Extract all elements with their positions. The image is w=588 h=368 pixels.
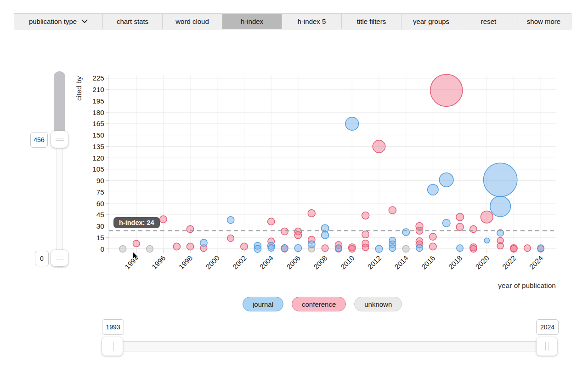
x-tick-label: 2008 <box>312 254 328 270</box>
y-tick-label: 15 <box>96 234 104 242</box>
x-tick-label: 2024 <box>528 254 545 271</box>
bubble-conference[interactable] <box>470 246 477 253</box>
bubble-journal[interactable] <box>457 245 464 252</box>
bubble-conference[interactable] <box>294 232 301 239</box>
year-start-value-box[interactable]: 1993 <box>102 319 124 335</box>
bubble-conference[interactable] <box>389 207 396 214</box>
x-tick-label: 2004 <box>258 254 275 271</box>
bubble-conference[interactable] <box>362 244 369 251</box>
y-tick-label: 195 <box>92 97 104 105</box>
bubble-conference[interactable] <box>362 231 369 238</box>
bubble-conference[interactable] <box>160 216 167 223</box>
bubble-conference[interactable] <box>430 74 463 106</box>
y-tick-label: 210 <box>92 86 104 93</box>
bubble-conference[interactable] <box>173 243 180 250</box>
bubble-conference[interactable] <box>456 213 464 221</box>
bubble-conference[interactable] <box>349 246 356 253</box>
y-tick-label: 0 <box>100 245 104 253</box>
bubble-conference[interactable] <box>268 218 275 225</box>
bubble-journal[interactable] <box>490 196 511 217</box>
x-axis-title: year of publication <box>498 282 556 289</box>
legend: journal conference unknown <box>243 297 402 311</box>
bubble-journal[interactable] <box>227 217 234 224</box>
bubble-conference[interactable] <box>510 246 517 253</box>
bubble-journal[interactable] <box>537 245 544 252</box>
x-tick-label: 2014 <box>393 254 410 271</box>
bubble-journal[interactable] <box>268 245 274 251</box>
bubble-journal[interactable] <box>389 245 396 252</box>
legend-unknown-toggle[interactable]: unknown <box>354 297 402 311</box>
y-tick-label: 30 <box>96 222 105 230</box>
bubble-conference[interactable] <box>497 242 503 249</box>
bubble-journal[interactable] <box>442 219 450 227</box>
bubble-conference[interactable] <box>133 240 140 247</box>
bubble-unknown[interactable] <box>147 246 153 253</box>
bubble-conference[interactable] <box>241 243 248 250</box>
x-tick-label: 2018 <box>447 254 464 270</box>
year-slider-track[interactable] <box>102 341 557 351</box>
year-end-value-box[interactable]: 2024 <box>536 319 559 335</box>
bubble-conference[interactable] <box>430 233 436 240</box>
x-tick-label: 2000 <box>204 254 221 271</box>
bubble-conference[interactable] <box>373 140 385 153</box>
legend-conference-toggle[interactable]: conference <box>292 297 346 311</box>
x-tick-label: 1996 <box>150 254 167 270</box>
h-index-tooltip: h-index: 24 <box>113 217 160 228</box>
bubble-journal[interactable] <box>281 245 288 252</box>
bubble-journal[interactable] <box>483 163 517 196</box>
x-tick-label: 2022 <box>501 254 517 270</box>
bubble-conference[interactable] <box>456 223 464 230</box>
bubble-unknown[interactable] <box>402 246 409 253</box>
bubble-conference[interactable] <box>308 210 315 217</box>
bubble-journal[interactable] <box>322 231 329 239</box>
year-end-handle[interactable] <box>537 337 557 356</box>
x-tick-label: 2016 <box>420 254 436 270</box>
bubble-journal[interactable] <box>416 245 423 252</box>
x-tick-label: 2002 <box>231 254 248 270</box>
bubble-conference[interactable] <box>227 235 234 242</box>
bubble-journal[interactable] <box>335 245 342 252</box>
y-tick-label: 120 <box>92 154 104 162</box>
bubble-journal[interactable] <box>402 229 409 236</box>
bubble-journal[interactable] <box>294 245 301 252</box>
bubble-journal[interactable] <box>200 239 207 246</box>
y-tick-label: 165 <box>92 120 104 127</box>
bubble-journal[interactable] <box>484 238 489 243</box>
y-tick-label: 105 <box>92 165 104 173</box>
mouse-cursor-icon <box>132 251 139 261</box>
bubble-conference[interactable] <box>187 225 193 232</box>
bubble-journal[interactable] <box>308 241 315 247</box>
bubble-journal[interactable] <box>375 245 382 252</box>
y-tick-label: 90 <box>96 177 105 184</box>
bubble-journal[interactable] <box>254 245 261 252</box>
y-tick-label: 150 <box>92 131 104 139</box>
bubble-conference[interactable] <box>362 212 369 219</box>
legend-journal-toggle[interactable]: journal <box>243 297 283 311</box>
bubble-conference[interactable] <box>481 211 493 223</box>
bubble-conference[interactable] <box>524 245 531 252</box>
x-tick-label: 2010 <box>339 254 356 271</box>
bubble-conference[interactable] <box>322 245 328 252</box>
bubble-conference[interactable] <box>470 225 477 232</box>
y-tick-label: 60 <box>96 200 105 207</box>
y-tick-label: 225 <box>92 74 104 82</box>
year-start-handle[interactable] <box>102 337 123 356</box>
x-tick-label: 2020 <box>474 254 491 271</box>
bubble-unknown[interactable] <box>119 246 126 253</box>
bubble-conference[interactable] <box>281 228 288 235</box>
y-tick-label: 135 <box>92 143 104 150</box>
app-window: publication type chart stats word cloud … <box>0 0 588 368</box>
y-tick-label: 75 <box>96 188 104 196</box>
y-axis-title: cited by <box>75 76 83 101</box>
x-tick-label: 1998 <box>177 254 194 270</box>
bubble-chart[interactable]: 0153045607590105120135150165180195210225… <box>0 0 588 317</box>
bubble-conference[interactable] <box>430 243 436 250</box>
bubble-journal[interactable] <box>428 184 438 195</box>
x-tick-label: 2006 <box>285 254 302 270</box>
y-tick-label: 45 <box>96 211 104 218</box>
y-tick-label: 180 <box>92 109 104 116</box>
x-tick-label: 2012 <box>366 254 383 270</box>
bubble-conference[interactable] <box>187 243 193 250</box>
bubble-journal[interactable] <box>439 173 453 187</box>
bubble-journal[interactable] <box>345 117 359 131</box>
